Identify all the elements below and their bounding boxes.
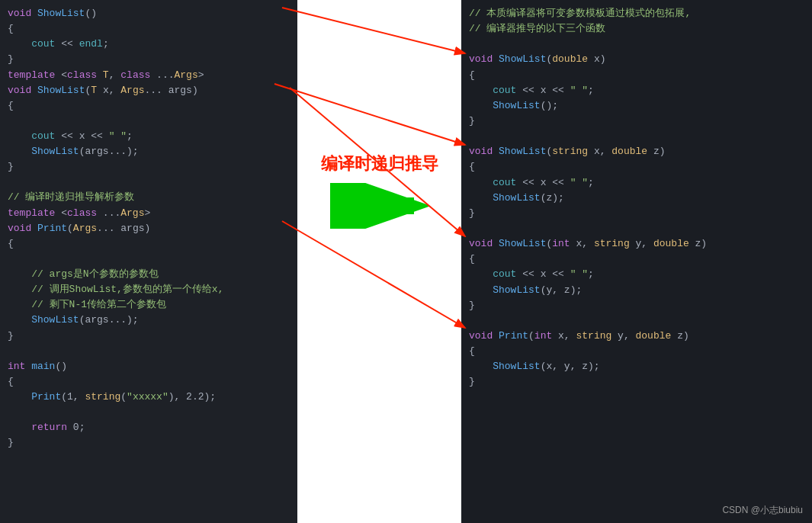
code-comment-line: // 编译器推导的以下三个函数 bbox=[469, 21, 804, 37]
code-line: cout << x << " "; bbox=[8, 129, 290, 144]
code-line: cout << endl; bbox=[8, 37, 290, 52]
code-line: } bbox=[469, 374, 804, 390]
code-line: void ShowList(int x, string y, double z) bbox=[469, 236, 804, 252]
code-empty-line bbox=[469, 390, 804, 406]
code-line: void ShowList(T x, Args... args) bbox=[8, 83, 290, 98]
big-green-arrow bbox=[330, 183, 429, 229]
code-line: Print(1, string("xxxxx"), 2.2); bbox=[8, 390, 290, 405]
code-line: return 0; bbox=[8, 420, 290, 435]
code-line: ShowList(x, y, z); bbox=[469, 359, 804, 374]
code-line: ShowList(y, z); bbox=[469, 283, 804, 298]
code-line: { bbox=[8, 21, 290, 37]
code-line: { bbox=[8, 98, 290, 114]
code-line: void Print(Args... args) bbox=[8, 221, 290, 236]
code-line: { bbox=[8, 236, 290, 252]
code-line: cout << x << " "; bbox=[469, 267, 804, 282]
code-line: ShowList(); bbox=[469, 98, 804, 114]
code-line: { bbox=[469, 344, 804, 359]
code-line: // 调用ShowList,参数包的第一个传给x, bbox=[8, 282, 290, 297]
code-line: { bbox=[469, 159, 804, 175]
code-line: } bbox=[469, 298, 804, 313]
code-line bbox=[8, 252, 290, 267]
code-line: } bbox=[469, 206, 804, 221]
code-line: } bbox=[8, 52, 290, 67]
right-code-panel: // 本质编译器将可变参数模板通过模式的包拓展,// 编译器推导的以下三个函数 … bbox=[461, 0, 812, 523]
code-line: // 剩下N-1传给第二个参数包 bbox=[8, 297, 290, 313]
code-line: { bbox=[469, 68, 804, 83]
middle-area: 编译时递归推导 bbox=[297, 0, 461, 523]
code-line: // 编译时递归推导解析参数 bbox=[8, 190, 290, 205]
code-line: cout << x << " "; bbox=[469, 175, 804, 191]
code-comment-line: // 本质编译器将可变参数模板通过模式的包拓展, bbox=[469, 6, 804, 21]
code-line: void ShowList() bbox=[8, 6, 290, 21]
main-container: void ShowList(){ cout << endl;}template … bbox=[0, 0, 812, 523]
code-line: void Print(int x, string y, double z) bbox=[469, 329, 804, 344]
code-empty-line bbox=[469, 129, 804, 144]
code-line bbox=[8, 344, 290, 359]
code-line: { bbox=[469, 252, 804, 267]
code-line: void ShowList(string x, double z) bbox=[469, 144, 804, 159]
code-line: ShowList(args...); bbox=[8, 144, 290, 159]
code-line bbox=[8, 175, 290, 190]
code-line bbox=[8, 405, 290, 420]
code-line: // args是N个参数的参数包 bbox=[8, 267, 290, 282]
code-line: } bbox=[469, 114, 804, 129]
code-line: ShowList(z); bbox=[469, 191, 804, 206]
watermark: CSDN @小志biubiu bbox=[722, 504, 803, 517]
code-line: } bbox=[8, 435, 290, 451]
code-line bbox=[8, 114, 290, 129]
left-code-panel: void ShowList(){ cout << endl;}template … bbox=[0, 0, 297, 523]
code-line: } bbox=[8, 329, 290, 344]
code-empty-line bbox=[469, 313, 804, 329]
code-line: { bbox=[8, 374, 290, 390]
code-line: cout << x << " "; bbox=[469, 83, 804, 98]
code-empty-line bbox=[469, 221, 804, 236]
code-line: ShowList(args...); bbox=[8, 313, 290, 328]
compile-label: 编译时递归推导 bbox=[321, 152, 438, 175]
code-line: void ShowList(double x) bbox=[469, 52, 804, 67]
code-empty-line bbox=[469, 37, 804, 52]
code-line: template <class ...Args> bbox=[8, 206, 290, 221]
code-line: template <class T, class ...Args> bbox=[8, 68, 290, 83]
code-line: int main() bbox=[8, 359, 290, 374]
code-line: } bbox=[8, 159, 290, 175]
